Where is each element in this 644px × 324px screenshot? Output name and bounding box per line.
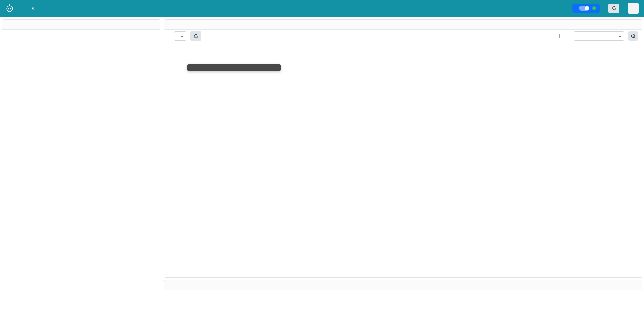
heikin-ashi-checkbox[interactable]: [559, 34, 564, 38]
open-trades-panel: [164, 280, 642, 324]
left-panel-tabs: [2, 37, 160, 38]
open-trades-title: [164, 280, 642, 290]
robot-logo-icon: [5, 4, 14, 13]
gear-icon: ⚙: [631, 33, 636, 39]
bot-toggle-switch[interactable]: [579, 6, 589, 11]
chart-panel: ⚙: [164, 19, 642, 278]
chart-settings-button[interactable]: ⚙: [628, 31, 638, 41]
open-trades-columns: [164, 290, 642, 295]
refresh-icon: [612, 6, 617, 11]
refresh-icon: [193, 34, 199, 39]
pair-select[interactable]: [174, 31, 186, 41]
navbar: ◐: [0, 0, 644, 17]
bot-online-indicator: [592, 6, 596, 10]
chart-refresh-button[interactable]: [190, 31, 201, 41]
plot-config-select[interactable]: [574, 31, 624, 41]
navbar-right: [572, 3, 639, 14]
chart-tooltip: [187, 64, 281, 71]
chart-panel-title: [164, 20, 642, 30]
refresh-all-button[interactable]: [608, 4, 619, 13]
open-trades-empty-text: [164, 295, 642, 300]
bot-selector[interactable]: [572, 4, 600, 13]
chart-canvas[interactable]: [164, 42, 642, 278]
brand: [5, 4, 17, 13]
chart-toolbar: ⚙: [164, 30, 642, 42]
multi-pane-panel: [2, 19, 160, 324]
theme-toggle-icon[interactable]: ◐: [32, 5, 35, 12]
chart-container: [164, 42, 642, 278]
multi-pane-title: [2, 20, 160, 30]
user-avatar[interactable]: [628, 3, 639, 14]
